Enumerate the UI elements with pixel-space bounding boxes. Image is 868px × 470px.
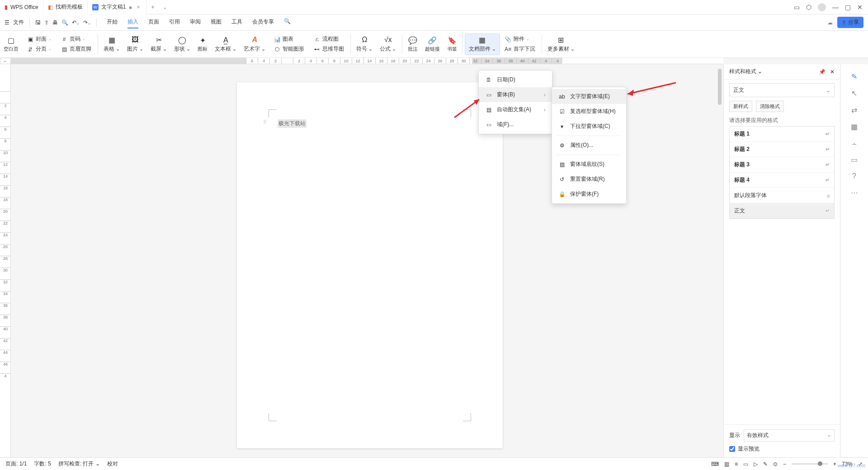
new-tab-dropdown[interactable]: ⌄: [159, 4, 171, 10]
flowchart-button[interactable]: ⎌流程图: [311, 34, 347, 44]
iconlib-button[interactable]: ✦图标: [194, 33, 211, 55]
more-tools-icon[interactable]: ⋯: [851, 188, 858, 197]
spellcheck-status[interactable]: 拼写检查: 打开 ⌄: [58, 460, 100, 468]
table-button[interactable]: ▦表格 ⌄: [100, 33, 123, 55]
adjust-tool-icon[interactable]: ⇄: [851, 106, 857, 114]
view-print-icon[interactable]: ▥: [724, 461, 729, 467]
symbol-button[interactable]: Ω符号 ⌄: [353, 33, 376, 55]
mindmap-button[interactable]: ⊷思维导图: [311, 44, 347, 54]
show-select[interactable]: 有效样式⌄: [744, 429, 835, 442]
reader-mode-icon[interactable]: ▭: [794, 4, 800, 11]
gallery-tool-icon[interactable]: ▦: [851, 122, 858, 131]
menu-autotext[interactable]: ▤自动图文集(A)›: [479, 102, 552, 117]
undo-icon[interactable]: ↶⌄: [72, 19, 80, 26]
clear-format-button[interactable]: 清除格式: [756, 101, 784, 112]
preview-checkbox-input[interactable]: [729, 446, 735, 452]
view-web-icon[interactable]: ▭: [743, 461, 748, 467]
preview-checkbox[interactable]: 显示预览: [729, 445, 835, 453]
tab-insert[interactable]: 插入: [127, 16, 138, 28]
share-button[interactable]: ⇪分享: [837, 17, 863, 28]
redo-icon[interactable]: ↷⌄: [83, 19, 91, 26]
hamburger-menu-icon[interactable]: ☰: [5, 19, 9, 26]
tab-wps-home[interactable]: ▮ WPS Office: [0, 0, 43, 14]
ruler-horizontal[interactable]: 6422468101214161820222426283032343638404…: [11, 58, 723, 64]
more-assets-button[interactable]: ⊞更多素材 ⌄: [544, 33, 578, 55]
tab-template[interactable]: ◧ 找稻壳模板: [43, 0, 88, 14]
textbox-button[interactable]: A̲文本框 ⌄: [211, 33, 240, 55]
zoom-out-icon[interactable]: −: [783, 461, 786, 467]
word-count[interactable]: 字数: 5: [34, 460, 51, 468]
paragraph-handle-icon[interactable]: ⠿: [263, 119, 266, 125]
ruler-tool-icon[interactable]: ⫠: [851, 139, 858, 147]
zoom-in-icon[interactable]: +: [833, 461, 836, 467]
save-icon[interactable]: 🖫: [35, 19, 41, 26]
menu-text-field[interactable]: ab文字型窗体域(E): [552, 89, 626, 104]
menu-field[interactable]: ▭域(F)...: [479, 117, 552, 132]
style-body[interactable]: 正文↵: [730, 203, 834, 218]
header-footer-button[interactable]: ▤页眉页脚: [58, 44, 94, 54]
window-close-icon[interactable]: ✕: [857, 4, 863, 11]
tab-vip[interactable]: 会员专享: [252, 16, 274, 28]
menu-shade[interactable]: ▨窗体域底纹(S): [552, 157, 626, 172]
tab-ref[interactable]: 引用: [169, 16, 180, 28]
file-menu[interactable]: 文件: [13, 19, 24, 26]
ruler-vertical[interactable]: 2468101214161820222426283032343638404244…: [0, 64, 11, 457]
panel-close-icon[interactable]: ✕: [830, 69, 835, 75]
style-heading3[interactable]: 标题 3↵: [730, 157, 834, 173]
smartart-button[interactable]: ⬡智能图形: [271, 44, 307, 54]
markup-icon[interactable]: ✎: [763, 461, 768, 467]
pageno-button[interactable]: #页码⌄: [58, 34, 94, 44]
print-icon[interactable]: 🖶: [52, 19, 58, 26]
view-outline-icon[interactable]: ≡: [735, 461, 738, 467]
style-heading4[interactable]: 标题 4↵: [730, 173, 834, 188]
close-tab-icon[interactable]: ×: [135, 4, 142, 10]
new-style-button[interactable]: 新样式: [729, 101, 752, 112]
minimize-icon[interactable]: —: [832, 4, 839, 11]
menu-checkbox-field[interactable]: ☑复选框型窗体域(H): [552, 104, 626, 119]
tab-tools[interactable]: 工具: [231, 16, 242, 28]
comment-button[interactable]: 💬批注: [404, 33, 421, 55]
zoom-slider[interactable]: [792, 463, 828, 465]
search-icon[interactable]: 🔍: [284, 16, 291, 28]
export-icon[interactable]: ⇪: [44, 19, 49, 26]
help-icon[interactable]: ?: [852, 172, 856, 180]
proofread-status[interactable]: 校对: [107, 460, 118, 468]
style-heading2[interactable]: 标题 2↵: [730, 142, 834, 157]
vertical-scrollbar[interactable]: [716, 64, 723, 448]
bookmark-button[interactable]: 🔖书签: [443, 33, 461, 55]
section-button[interactable]: ⭿分页⌄: [24, 44, 54, 54]
user-avatar-icon[interactable]: [818, 3, 826, 11]
picture-button[interactable]: 🖼图片 ⌄: [123, 33, 147, 55]
tab-page[interactable]: 页面: [148, 16, 159, 28]
edit-tool-icon[interactable]: ✎: [851, 72, 857, 81]
tab-review[interactable]: 审阅: [190, 16, 201, 28]
menu-reset[interactable]: ↺重置窗体域(R): [552, 172, 626, 187]
fit-icon[interactable]: ⊙: [773, 461, 778, 467]
cube-icon[interactable]: ⬡: [806, 4, 811, 11]
shape-button[interactable]: ◯形状 ⌄: [170, 33, 194, 55]
document-page[interactable]: ⠿ 极光下载站: [237, 82, 503, 448]
book-tool-icon[interactable]: ▭: [851, 155, 858, 164]
screenshot-button[interactable]: ✂截屏 ⌄: [147, 33, 170, 55]
page-status[interactable]: 页面: 1/1: [5, 460, 27, 468]
keyboard-icon[interactable]: ⌨: [711, 461, 719, 467]
cover-button[interactable]: ▣封面⌄: [24, 34, 54, 44]
tab-view[interactable]: 视图: [211, 16, 222, 28]
hyperlink-button[interactable]: 🔗超链接: [421, 33, 443, 55]
view-read-icon[interactable]: ▷: [754, 461, 758, 467]
attach-button[interactable]: 📎附件⌄: [502, 34, 538, 44]
menu-dropdown-field[interactable]: ▾下拉型窗体域(C): [552, 119, 626, 134]
tab-document[interactable]: W 文字文稿1 ● ×: [88, 0, 146, 14]
current-style-select[interactable]: 正文 ⌄: [729, 83, 835, 97]
print-preview-icon[interactable]: 🔍: [61, 19, 68, 26]
doc-parts-button[interactable]: ▦文档部件 ⌄: [465, 33, 500, 55]
document-text[interactable]: 极光下载站: [278, 119, 307, 128]
menu-form[interactable]: ▭窗体(B)›: [479, 87, 552, 102]
style-default-font[interactable]: 默认段落字体a: [730, 188, 834, 203]
menu-protect[interactable]: 🔒保护窗体(F): [552, 187, 626, 202]
formula-button[interactable]: √x公式 ⌄: [376, 33, 400, 55]
menu-date[interactable]: 🗓日期(D): [479, 72, 552, 87]
wordart-button[interactable]: A艺术字 ⌄: [240, 33, 269, 55]
tab-start[interactable]: 开始: [107, 16, 118, 28]
new-tab-button[interactable]: ＋: [146, 3, 159, 11]
